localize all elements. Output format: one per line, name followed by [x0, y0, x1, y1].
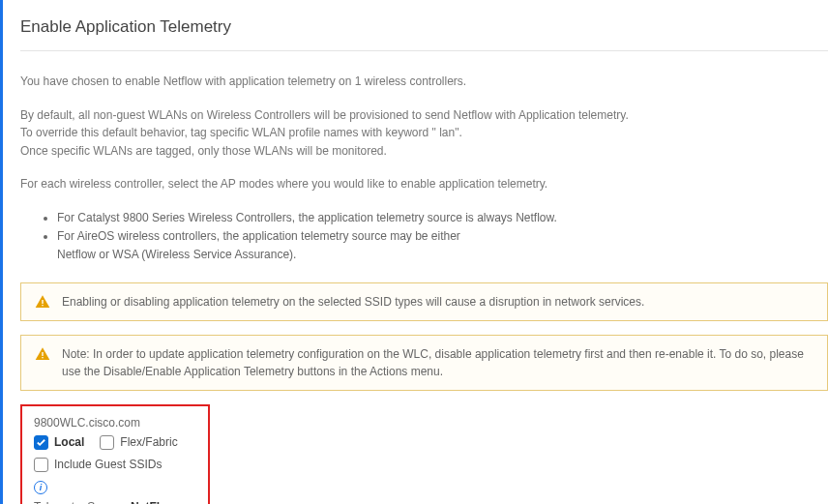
checkbox-local-label: Local	[54, 435, 84, 449]
intro-text: You have chosen to enable Netflow with a…	[20, 73, 828, 193]
intro-line-2a: By default, all non-guest WLANs on Wirel…	[20, 106, 828, 125]
checkbox-guest-label: Include Guest SSIDs	[54, 458, 162, 471]
warning-text-2: Note: In order to update application tel…	[62, 345, 813, 380]
warning-alert-disruption: Enabling or disabling application teleme…	[20, 282, 828, 321]
warning-text-1: Enabling or disabling application teleme…	[62, 293, 644, 311]
checkbox-icon	[34, 458, 48, 472]
intro-line-3: For each wireless controller, select the…	[20, 175, 828, 193]
checkbox-local[interactable]: Local	[34, 435, 84, 450]
warning-alert-note: Note: In order to update application tel…	[20, 335, 828, 391]
warning-icon	[35, 346, 50, 362]
info-icon[interactable]: i	[34, 481, 47, 494]
telemetry-source-label: Telemetry Source:	[34, 500, 131, 504]
svg-rect-2	[42, 352, 43, 356]
bullet-list: For Catalyst 9800 Series Wireless Contro…	[20, 209, 828, 265]
checkbox-flex-label: Flex/Fabric	[120, 435, 177, 449]
intro-line-2b: To override this default behavior, tag s…	[20, 124, 828, 142]
bullet-item-2: For AireOS wireless controllers, the app…	[57, 227, 828, 264]
bullet-item-1: For Catalyst 9800 Series Wireless Contro…	[57, 209, 828, 227]
svg-rect-0	[42, 300, 43, 304]
telemetry-source-value: NetFlow	[131, 500, 176, 504]
checkbox-flex-fabric[interactable]: Flex/Fabric	[100, 435, 177, 450]
bullet-item-2a: For AireOS wireless controllers, the app…	[57, 229, 460, 243]
intro-line-1: You have chosen to enable Netflow with a…	[20, 73, 828, 91]
checkbox-icon	[34, 435, 48, 450]
intro-line-2c: Once specific WLANs are tagged, only tho…	[20, 142, 828, 161]
svg-rect-3	[42, 357, 43, 358]
checkbox-include-guest-ssids[interactable]: Include Guest SSIDs	[34, 458, 162, 472]
bullet-item-2b: Netflow or WSA (Wireless Service Assuran…	[57, 248, 296, 261]
device-hostname: 9800WLC.cisco.com	[34, 416, 196, 430]
svg-rect-1	[42, 305, 43, 306]
checkbox-icon	[100, 435, 114, 450]
device-panel: 9800WLC.cisco.com Local Flex/Fabric I	[20, 404, 210, 504]
warning-icon	[35, 294, 50, 310]
page-title: Enable Application Telemetry	[20, 17, 828, 51]
telemetry-source: Telemetry Source: NetFlow	[34, 500, 196, 504]
